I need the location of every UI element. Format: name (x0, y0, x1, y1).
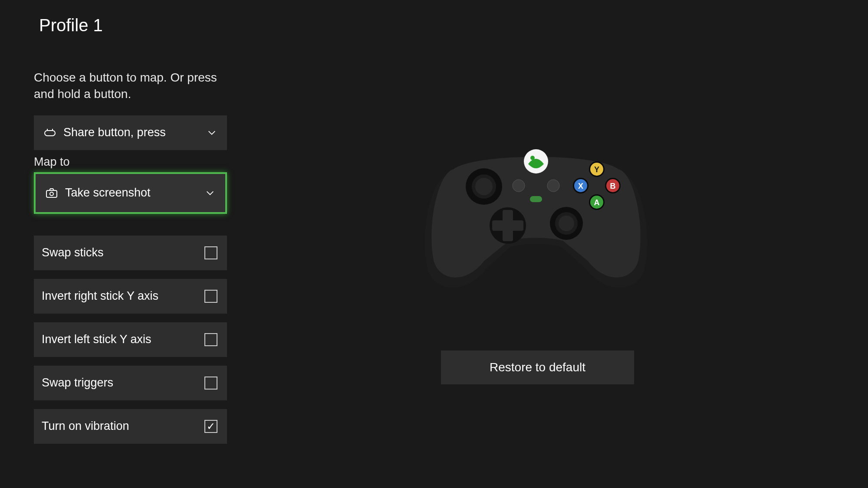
checkbox-label: Invert right stick Y axis (42, 289, 158, 303)
map-to-left: Take screenshot (46, 186, 151, 200)
checkbox-label: Swap triggers (42, 376, 113, 390)
restore-to-default-button[interactable]: Restore to default (441, 350, 634, 384)
checkbox-box (204, 377, 217, 390)
left-panel: Choose a button to map. Or press and hol… (34, 69, 229, 452)
button-select-label: Share button, press (63, 126, 166, 139)
map-to-dropdown[interactable]: Take screenshot (34, 172, 227, 214)
chevron-down-icon (207, 128, 217, 138)
checkbox-box (204, 333, 217, 346)
checkbox-box (204, 290, 217, 303)
svg-rect-0 (45, 131, 55, 136)
button-select-dropdown[interactable]: Share button, press (34, 115, 227, 150)
checkbox-invert-left-stick[interactable]: Invert left stick Y axis (34, 322, 227, 357)
checkbox-box (204, 246, 217, 259)
svg-point-9 (559, 216, 574, 231)
svg-text:X: X (578, 182, 583, 190)
checkbox-swap-triggers[interactable]: Swap triggers (34, 366, 227, 400)
checkbox-box (204, 420, 217, 433)
svg-text:B: B (610, 182, 616, 190)
svg-rect-11 (492, 220, 523, 231)
map-to-value: Take screenshot (65, 186, 151, 200)
svg-text:A: A (594, 198, 600, 207)
share-button-on-controller-icon (530, 196, 542, 202)
menu-button-icon (547, 180, 559, 192)
svg-rect-3 (46, 190, 57, 197)
controller-illustration: Y X B A (414, 121, 658, 295)
button-select-left: Share button, press (44, 126, 166, 139)
checkbox-label: Turn on vibration (42, 419, 129, 433)
svg-point-4 (50, 192, 53, 196)
checkbox-turn-on-vibration[interactable]: Turn on vibration (34, 409, 227, 444)
instruction-text: Choose a button to map. Or press and hol… (34, 69, 229, 102)
checkbox-invert-right-stick[interactable]: Invert right stick Y axis (34, 279, 227, 314)
view-button-icon (513, 180, 525, 192)
checkbox-label: Swap sticks (42, 246, 104, 259)
chevron-down-icon (205, 188, 215, 198)
map-to-label: Map to (34, 155, 229, 169)
svg-point-7 (475, 178, 493, 195)
share-button-icon (44, 128, 56, 138)
checkbox-swap-sticks[interactable]: Swap sticks (34, 236, 227, 270)
camera-icon (46, 188, 57, 198)
svg-text:Y: Y (594, 165, 599, 174)
page-title: Profile 1 (39, 16, 103, 35)
checkbox-label: Invert left stick Y axis (42, 333, 151, 346)
